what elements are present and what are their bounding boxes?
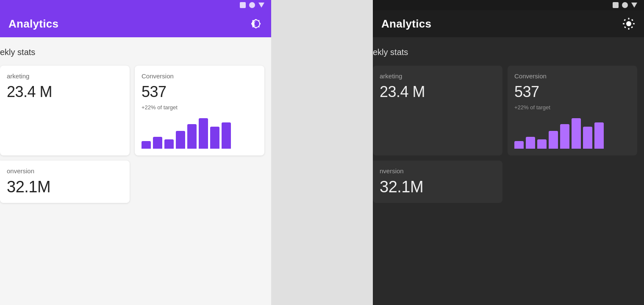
svg-rect-14 — [624, 19, 626, 21]
right-conversion-chart — [514, 115, 630, 149]
right-conversion2-value: 32.1M — [380, 178, 496, 196]
left-status-square-icon — [240, 2, 246, 8]
right-content: ekly stats arketing 23.4 M Conversion 53… — [373, 37, 644, 305]
right-conversion-card: Conversion 537 +22% of target — [508, 66, 637, 155]
right-bar-3 — [537, 139, 547, 149]
left-app-title: Analytics — [8, 17, 58, 30]
right-bar-2 — [526, 137, 535, 149]
right-panel: Analytics ekly stats arketing — [373, 0, 644, 305]
dark-mode-icon — [250, 18, 262, 30]
right-theme-toggle-button[interactable] — [622, 17, 636, 30]
svg-rect-1 — [255, 19, 257, 20]
left-status-circle-icon — [249, 2, 255, 8]
left-cards-row-2: onversion 32.1M — [0, 161, 264, 203]
left-content: ekly stats arketing 23.4 M Conversion 53… — [0, 37, 271, 305]
left-conversion-card: Conversion 537 +22% of target — [135, 66, 264, 155]
bar-4 — [176, 131, 185, 149]
left-app-bar: Analytics — [0, 10, 271, 37]
right-app-bar: Analytics — [373, 10, 644, 37]
right-status-bar — [373, 0, 644, 10]
right-cards-row-2: nversion 32.1M — [373, 161, 637, 203]
left-status-bar — [0, 0, 271, 10]
right-marketing-label: arketing — [380, 72, 496, 80]
right-conversion2-label: nversion — [380, 167, 496, 175]
right-cards-row-1: arketing 23.4 M Conversion 537 +22% of t… — [373, 66, 637, 155]
svg-rect-4 — [259, 23, 261, 25]
light-mode-icon — [622, 17, 635, 30]
bar-8 — [222, 122, 231, 149]
left-section-title: ekly stats — [0, 47, 264, 57]
right-status-triangle-icon — [631, 3, 637, 8]
svg-rect-16 — [624, 26, 626, 28]
left-theme-toggle-button[interactable] — [249, 17, 263, 30]
right-bar-5 — [560, 124, 569, 149]
bar-7 — [210, 127, 219, 149]
svg-rect-3 — [251, 23, 253, 25]
svg-rect-12 — [623, 23, 625, 25]
left-conversion-value: 537 — [142, 83, 258, 101]
bar-5 — [187, 124, 197, 149]
right-bar-6 — [572, 118, 581, 149]
right-bar-7 — [583, 127, 592, 149]
svg-rect-17 — [631, 26, 633, 28]
right-conversion-label: Conversion — [514, 72, 630, 80]
left-marketing-label: arketing — [7, 72, 123, 80]
bar-1 — [142, 141, 151, 149]
bar-6 — [199, 118, 208, 149]
left-marketing-card: arketing 23.4 M — [0, 66, 130, 155]
svg-rect-2 — [255, 27, 257, 28]
right-conversion2-card: nversion 32.1M — [373, 161, 502, 203]
right-conversion-value: 537 — [514, 83, 630, 101]
right-bar-1 — [514, 141, 524, 149]
svg-rect-10 — [628, 18, 630, 19]
right-bar-8 — [594, 122, 604, 149]
left-conversion2-card: onversion 32.1M — [0, 161, 130, 203]
left-status-triangle-icon — [258, 3, 264, 8]
left-conversion2-value: 32.1M — [7, 178, 123, 196]
right-marketing-value: 23.4 M — [380, 83, 496, 101]
svg-rect-11 — [628, 28, 630, 30]
right-marketing-card: arketing 23.4 M — [373, 66, 502, 155]
left-conversion-subtitle: +22% of target — [142, 104, 258, 111]
left-conversion-chart — [142, 115, 258, 149]
right-section-title: ekly stats — [373, 47, 637, 57]
left-marketing-value: 23.4 M — [7, 83, 123, 101]
right-status-circle-icon — [622, 2, 628, 8]
right-status-square-icon — [613, 2, 619, 8]
svg-rect-15 — [631, 19, 633, 21]
left-cards-row-1: arketing 23.4 M Conversion 537 +22% of t… — [0, 66, 264, 155]
left-conversion-label: Conversion — [142, 72, 258, 80]
right-app-title: Analytics — [381, 17, 431, 30]
left-panel: Analytics ekly stats — [0, 0, 271, 305]
bar-3 — [164, 139, 174, 149]
bar-2 — [153, 137, 162, 149]
left-conversion2-label: onversion — [7, 167, 123, 175]
svg-rect-13 — [633, 23, 635, 25]
right-bar-4 — [549, 131, 558, 149]
svg-point-9 — [626, 21, 631, 26]
right-conversion-subtitle: +22% of target — [514, 104, 630, 111]
